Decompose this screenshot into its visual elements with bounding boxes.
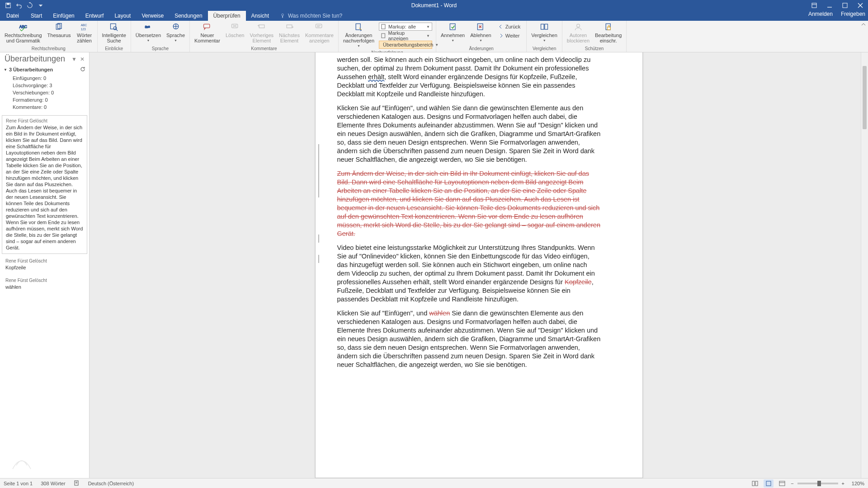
svg-rect-23 [259, 25, 264, 28]
tab-ansicht[interactable]: Ansicht [246, 11, 274, 21]
svg-text:123: 123 [80, 28, 85, 31]
tab-layout[interactable]: Layout [109, 11, 136, 21]
next-button[interactable]: Weiter [496, 32, 523, 40]
compare-button[interactable]: Vergleichen ▼ [528, 22, 560, 43]
svg-text:a⇄: a⇄ [145, 24, 150, 29]
minimize-button[interactable] [822, 0, 837, 11]
delete-comment-button: Löschen [223, 22, 247, 39]
back-button[interactable]: Zurück [496, 23, 523, 31]
group-changes-label: Änderungen [438, 46, 524, 52]
tab-sendungen[interactable]: Sendungen [169, 11, 208, 21]
svg-rect-1 [7, 3, 9, 5]
redo-button[interactable] [25, 1, 34, 10]
svg-rect-19 [204, 24, 210, 28]
title-bar: Dokument1 - Word [0, 0, 868, 11]
ribbon-display-options[interactable] [807, 0, 822, 11]
svg-rect-41 [607, 27, 610, 30]
tab-ueberpruefen[interactable]: Überprüfen [208, 11, 246, 21]
tab-entwurf[interactable]: Entwurf [80, 11, 109, 21]
show-markup-dropdown[interactable]: Markup anzeigen ▼ [379, 32, 432, 40]
track-changes-button[interactable]: Änderungen nachverfolgen ▼ [340, 22, 377, 48]
svg-rect-14 [111, 24, 116, 29]
restrict-editing-button[interactable]: Bearbeitung einschr. [592, 22, 624, 44]
svg-rect-30 [382, 33, 385, 38]
group-compare-label: Vergleichen [528, 46, 560, 52]
file-tab[interactable]: Datei [0, 11, 25, 21]
markup-value: alle [408, 24, 416, 29]
new-comment-button[interactable]: Neuer Kommentar [192, 22, 223, 44]
svg-rect-33 [450, 24, 455, 30]
window-title: Dokument1 - Word [411, 2, 457, 9]
svg-text:ABC: ABC [80, 23, 87, 27]
reject-button[interactable]: Ablehnen ▼ [467, 22, 494, 43]
undo-button[interactable] [14, 1, 24, 10]
window-controls [807, 0, 868, 11]
svg-rect-2 [812, 3, 816, 8]
svg-rect-4 [843, 3, 847, 8]
language-button[interactable]: Sprache ▼ [164, 22, 188, 43]
thesaurus-button[interactable]: Thesaurus [45, 22, 74, 39]
ribbon: ABC Rechtschreibung und Grammatik Thesau… [0, 21, 868, 52]
group-proofing-label: Rechtschreibung [2, 46, 95, 52]
markup-display-dropdown[interactable]: Markup: alle ▼ [379, 23, 432, 31]
svg-rect-8 [282, 16, 283, 18]
block-authors-button: Autoren blockieren [564, 22, 592, 44]
svg-text:ABC: ABC [19, 24, 27, 29]
svg-line-16 [116, 29, 118, 31]
next-comment-button: Nächstes Element [276, 22, 302, 44]
markup-label: Markup: [388, 24, 406, 29]
share-button[interactable]: Freigeben [841, 11, 865, 17]
ribbon-tabs: Datei Start Einfügen Entwurf Layout Verw… [0, 11, 868, 21]
svg-point-39 [577, 24, 580, 27]
collapse-ribbon-button[interactable] [859, 21, 868, 52]
svg-rect-37 [541, 24, 544, 29]
tab-start[interactable]: Start [25, 11, 47, 21]
svg-point-15 [113, 27, 117, 30]
smart-lookup-button[interactable]: Intelligente Suche [99, 22, 129, 44]
translate-button[interactable]: a⇄ Übersetzen ▼ [133, 22, 164, 43]
svg-rect-24 [287, 25, 292, 28]
word-count-button[interactable]: ABC123 Wörter zählen [74, 22, 95, 44]
svg-rect-28 [356, 24, 361, 30]
svg-rect-38 [545, 24, 548, 29]
signin-link[interactable]: Anmelden [808, 11, 833, 17]
spelling-grammar-button[interactable]: ABC Rechtschreibung und Grammatik [2, 22, 45, 44]
svg-rect-29 [382, 24, 385, 29]
group-language-label: Sprache [133, 46, 188, 52]
accept-button[interactable]: Annehmen ▼ [438, 22, 467, 43]
group-protect-label: Schützen [564, 46, 624, 52]
prev-comment-button: Vorheriges Element [247, 22, 276, 44]
tell-me-search[interactable]: Was möchten Sie tun? [280, 11, 342, 21]
group-comments-label: Kommentare [192, 46, 336, 52]
reviewing-pane-dropdown[interactable]: Überarbeitungsbereich ▼ [379, 41, 432, 49]
close-button[interactable] [853, 0, 868, 11]
svg-rect-25 [316, 24, 322, 28]
tab-verweise[interactable]: Verweise [136, 11, 169, 21]
maximize-button[interactable] [837, 0, 853, 11]
tab-einfuegen[interactable]: Einfügen [47, 11, 80, 21]
quick-access-toolbar [0, 1, 45, 10]
group-insights-label: Einblicke [99, 46, 129, 52]
tell-me-placeholder: Was möchten Sie tun? [288, 13, 342, 19]
show-comments-button: Kommentare anzeigen [302, 22, 336, 44]
svg-point-7 [282, 14, 284, 16]
qat-more-button[interactable] [36, 1, 45, 10]
save-button[interactable] [4, 1, 13, 10]
